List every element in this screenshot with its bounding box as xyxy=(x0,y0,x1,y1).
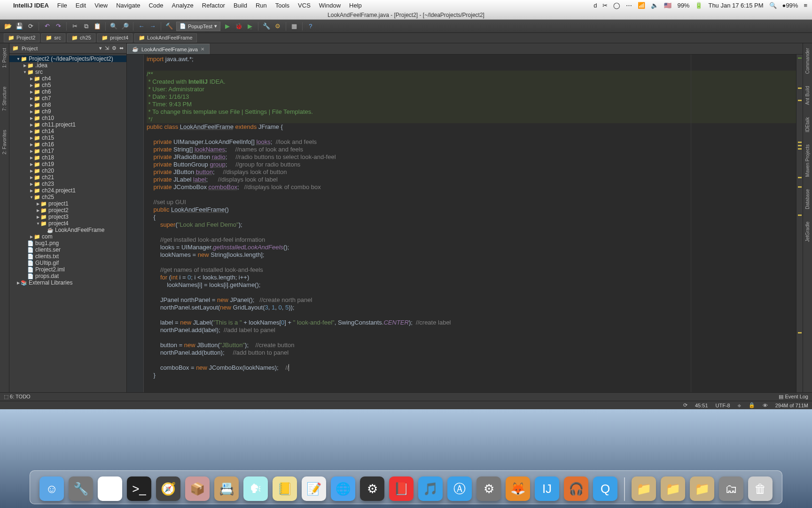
editor-gutter[interactable] xyxy=(127,55,144,392)
dock-app-icon[interactable]: IJ xyxy=(535,476,559,501)
menu-vcs[interactable]: VCS xyxy=(298,2,311,9)
menu-navigate[interactable]: Navigate xyxy=(116,2,140,9)
copy-icon[interactable]: ⧉ xyxy=(82,22,90,31)
tree-node[interactable]: ▶📁ch9 xyxy=(9,108,126,115)
dock-app-icon[interactable]: 🔧 xyxy=(69,476,93,501)
tool-window-button[interactable]: 7: Structure xyxy=(2,87,7,111)
dock-stack-icon[interactable]: 🗑 xyxy=(748,476,773,501)
dock-app-icon[interactable]: 📒 xyxy=(273,476,297,501)
tree-node[interactable]: ▶📁ch8 xyxy=(9,102,126,108)
dock-app-icon[interactable]: ⚙ xyxy=(476,476,501,501)
save-icon[interactable]: 💾 xyxy=(15,22,23,31)
dock-app-icon[interactable]: 🎵 xyxy=(418,476,443,501)
dock-app-icon[interactable]: ☺ xyxy=(39,476,64,501)
more-icon[interactable]: ⋯ xyxy=(626,2,632,9)
forward-icon[interactable]: → xyxy=(148,22,157,31)
tree-node[interactable]: ▶📁ch23 xyxy=(9,181,126,187)
replace-icon[interactable]: 🔎 xyxy=(121,22,129,31)
breadcrumb-item[interactable]: 📁project4 xyxy=(97,33,133,42)
tree-node[interactable]: ▶📁ch16 xyxy=(9,141,126,148)
tree-node[interactable]: ▶📁ch14 xyxy=(9,128,126,135)
dock-app-icon[interactable]: 📝 xyxy=(302,476,326,501)
back-icon[interactable]: ← xyxy=(137,22,146,31)
tools-icon[interactable]: 🔧 xyxy=(262,22,271,31)
tree-node[interactable]: ▶📁ch5 xyxy=(9,82,126,88)
tree-node[interactable]: ▶📁ch24.project1 xyxy=(9,187,126,194)
run-config-combo[interactable]: 📄 PopupTest ▾ xyxy=(176,22,220,31)
dock-app-icon[interactable]: 📕 xyxy=(389,476,414,501)
dock-stack-icon[interactable]: 📁 xyxy=(632,476,656,501)
menu-run[interactable]: Run xyxy=(256,2,267,9)
project-header-label[interactable]: Project xyxy=(22,46,38,51)
cut-icon[interactable]: ✂ xyxy=(70,22,79,31)
breadcrumb-item[interactable]: 📁ch25 xyxy=(67,33,95,42)
event-log-button[interactable]: ▤ Event Log xyxy=(779,394,808,400)
find-icon[interactable]: 🔍 xyxy=(109,22,118,31)
lock-icon[interactable]: 🔒 xyxy=(749,402,755,408)
wifi-icon[interactable]: 📶 xyxy=(638,2,645,9)
insert-mode-icon[interactable]: ⎆ xyxy=(738,403,741,408)
hide-icon[interactable]: ⬌ xyxy=(119,45,124,51)
menu-analyze[interactable]: Analyze xyxy=(172,2,194,9)
paste-icon[interactable]: 📋 xyxy=(93,22,102,31)
circle-status-icon[interactable]: ◯ xyxy=(613,2,620,9)
tree-node[interactable]: ▶📁.idea xyxy=(9,62,126,69)
tree-node[interactable]: ▼📁ch25 xyxy=(9,194,126,200)
tree-node[interactable]: 📄Project2.iml xyxy=(9,266,126,273)
dock-app-icon[interactable]: 🎧 xyxy=(564,476,588,501)
run-icon[interactable]: ▶ xyxy=(223,22,232,31)
error-stripe[interactable] xyxy=(796,55,803,392)
tool-window-button[interactable]: JetGradle xyxy=(805,222,810,242)
tree-node[interactable]: ▶📁ch21 xyxy=(9,174,126,181)
menu-tools[interactable]: Tools xyxy=(275,2,289,9)
tree-node[interactable]: 📄clients.txt xyxy=(9,253,126,260)
tree-node[interactable]: ▶📁ch19 xyxy=(9,161,126,167)
tool-window-button[interactable]: Maven Projects xyxy=(805,144,810,177)
flag-icon[interactable]: 🇺🇸 xyxy=(664,2,671,9)
breadcrumb-item[interactable]: 📁src xyxy=(41,33,65,42)
dropdown-icon[interactable]: ▾ xyxy=(99,45,102,51)
tree-node[interactable]: ▶📁ch11.project1 xyxy=(9,121,126,128)
dock-app-icon[interactable]: Q xyxy=(593,476,617,501)
tree-node[interactable]: ▶📁ch4 xyxy=(9,75,126,82)
dock-app-icon[interactable]: >_ xyxy=(127,476,151,501)
tree-node[interactable]: ▶📁ch18 xyxy=(9,154,126,161)
tree-node[interactable]: ▶📁ch10 xyxy=(9,115,126,121)
clock[interactable]: Thu Jan 17 6:15 PM xyxy=(708,2,763,9)
dock-app-icon[interactable]: Ⓐ xyxy=(447,476,472,501)
dock-app-icon[interactable]: 🌐 xyxy=(331,476,355,501)
dock-app-icon[interactable]: 🗣 xyxy=(243,476,268,501)
debug-icon[interactable]: 🐞 xyxy=(234,22,243,31)
tree-node[interactable]: ▶📁com xyxy=(9,233,126,240)
settings-icon[interactable]: ⚙ xyxy=(273,22,282,31)
breadcrumb-item[interactable]: 📁LookAndFeelFrame xyxy=(134,33,197,42)
tree-node[interactable]: 📄bug1.png xyxy=(9,240,126,246)
menu-file[interactable]: File xyxy=(57,2,67,9)
tool-window-button[interactable]: 2: Favorites xyxy=(2,130,7,154)
project-tree[interactable]: ▼📁Project2 (~/IdeaProjects/Project2)▶📁.i… xyxy=(9,54,126,288)
todo-tool-button[interactable]: ⬚ 6: TODO xyxy=(4,394,31,400)
build-icon[interactable]: 🔨 xyxy=(165,22,173,31)
menu-refactor[interactable]: Refactor xyxy=(202,2,225,9)
dock-stack-icon[interactable]: 📁 xyxy=(690,476,714,501)
tree-node[interactable]: ▶📁project1 xyxy=(9,200,126,207)
tool-window-button[interactable]: Database xyxy=(805,189,810,209)
collapse-icon[interactable]: ⇲ xyxy=(105,45,109,51)
dock-stack-icon[interactable]: 📁 xyxy=(661,476,685,501)
notification-center-icon[interactable]: ≡ xyxy=(804,2,807,9)
code-editor[interactable]: import java.awt.*; /** * Created with In… xyxy=(127,55,803,392)
editor-tab-active[interactable]: ☕ LookAndFeelFrame.java ✕ xyxy=(127,44,210,54)
dock-app-icon[interactable]: ⚙ xyxy=(360,476,384,501)
tree-node[interactable]: ▼📁src xyxy=(9,69,126,75)
open-icon[interactable]: 📂 xyxy=(4,22,12,31)
volume-icon[interactable]: 🔈 xyxy=(651,2,658,9)
tree-node[interactable]: ▶📁project2 xyxy=(9,207,126,214)
sync-icon[interactable]: ⟳ xyxy=(26,22,35,31)
dropbox-icon[interactable]: d xyxy=(593,2,597,9)
spotlight-icon[interactable]: 🔍 xyxy=(769,2,777,9)
tree-node[interactable]: ☕LookAndFeelFrame xyxy=(9,227,126,233)
gear-icon[interactable]: ⚙ xyxy=(112,45,117,51)
redo-icon[interactable]: ↷ xyxy=(54,22,62,31)
dock-app-icon[interactable]: 🧭 xyxy=(156,476,180,501)
undo-icon[interactable]: ↶ xyxy=(43,22,51,31)
